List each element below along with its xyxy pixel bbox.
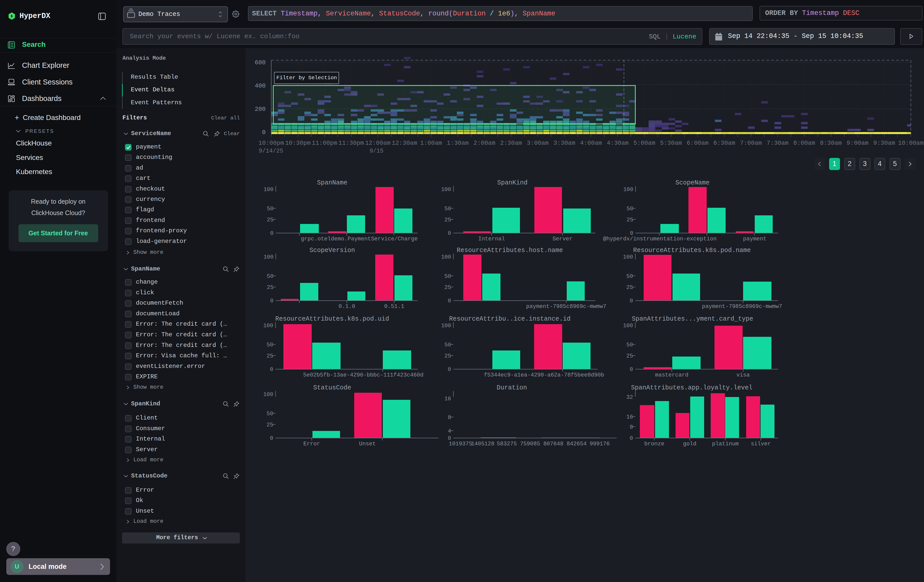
svg-text:ResourceAttributes.k8s.pod.nam: ResourceAttributes.k8s.pod.name xyxy=(633,247,751,254)
svg-text:100: 100 xyxy=(441,254,451,260)
svg-text:100: 100 xyxy=(623,254,633,260)
svg-text:1019375: 1019375 xyxy=(449,441,472,447)
svg-text:25: 25 xyxy=(267,217,274,223)
svg-text:f5344ec9-a1ea-4290-a62a-78f5be: f5344ec9-a1ea-4290-a62a-78f5bee8d90b xyxy=(484,372,604,378)
svg-text:Error: Error xyxy=(304,441,320,447)
svg-text:SpanAttributes.app.loyalty.lev: SpanAttributes.app.loyalty.level xyxy=(631,384,752,391)
svg-text:100: 100 xyxy=(263,186,274,193)
svg-text:payment-7985c8969c-mwmw7: payment-7985c8969c-mwmw7 xyxy=(702,303,782,310)
svg-text:0: 0 xyxy=(270,366,273,373)
svg-text:50: 50 xyxy=(267,206,274,212)
svg-text:25: 25 xyxy=(445,284,451,291)
svg-text:25: 25 xyxy=(267,284,274,291)
svg-text:mastercard: mastercard xyxy=(655,372,688,378)
svg-text:platinum: platinum xyxy=(712,441,739,447)
svg-text:25: 25 xyxy=(627,284,633,291)
svg-text:25: 25 xyxy=(267,422,273,428)
svg-text:0: 0 xyxy=(270,435,273,442)
svg-text:50: 50 xyxy=(267,273,274,280)
svg-text:0: 0 xyxy=(448,366,451,373)
svg-text:0: 0 xyxy=(270,298,274,304)
svg-text:100: 100 xyxy=(263,391,273,398)
svg-text:Server: Server xyxy=(552,236,572,242)
svg-text:4: 4 xyxy=(448,428,451,434)
svg-text:Internal: Internal xyxy=(478,236,505,242)
svg-text:silver: silver xyxy=(751,441,771,447)
svg-text:25: 25 xyxy=(267,353,273,359)
svg-text:100: 100 xyxy=(263,323,273,329)
svg-text:gold: gold xyxy=(683,441,696,447)
svg-text:Duration: Duration xyxy=(497,384,527,391)
svg-text:grpc.oteldemo.PaymentService/C: grpc.oteldemo.PaymentService/Charge xyxy=(301,236,418,242)
svg-text:ResourceAttribu..ice.instance.: ResourceAttribu..ice.instance.id xyxy=(449,315,571,323)
svg-text:StatusCode: StatusCode xyxy=(313,384,351,391)
svg-text:50: 50 xyxy=(267,411,273,417)
svg-text:25: 25 xyxy=(445,353,451,359)
svg-text:25: 25 xyxy=(627,217,633,223)
svg-text:50: 50 xyxy=(627,342,633,348)
svg-text:583275: 583275 xyxy=(497,441,516,447)
svg-text:50: 50 xyxy=(445,342,451,348)
svg-text:100: 100 xyxy=(441,323,451,329)
svg-text:842654: 842654 xyxy=(566,441,586,447)
svg-text:16: 16 xyxy=(627,414,633,420)
svg-text:ResourceAttributes.k8s.pod.uid: ResourceAttributes.k8s.pod.uid xyxy=(275,315,389,323)
svg-text:SpanAttributes...yment.card_ty: SpanAttributes...yment.card_type xyxy=(632,315,753,323)
svg-text:32: 32 xyxy=(627,394,633,401)
svg-text:16: 16 xyxy=(445,396,451,402)
svg-text:0: 0 xyxy=(630,366,633,373)
svg-text:0: 0 xyxy=(448,298,451,304)
svg-text:50: 50 xyxy=(267,342,273,348)
svg-text:25: 25 xyxy=(627,353,633,359)
svg-text:100: 100 xyxy=(623,186,633,193)
svg-text:payment: payment xyxy=(743,236,766,242)
svg-text:0: 0 xyxy=(630,435,633,442)
svg-text:8: 8 xyxy=(630,424,633,430)
svg-text:50: 50 xyxy=(627,206,633,212)
svg-text:25: 25 xyxy=(445,217,451,223)
svg-text:ScopeName: ScopeName xyxy=(675,179,710,186)
svg-text:ScopeVersion: ScopeVersion xyxy=(309,247,355,254)
svg-text:0: 0 xyxy=(448,230,451,237)
svg-text:807648: 807648 xyxy=(543,441,563,447)
svg-text:SpanName: SpanName xyxy=(317,179,347,186)
svg-text:1405128: 1405128 xyxy=(471,441,494,447)
svg-text:visa: visa xyxy=(736,372,750,378)
svg-text:999176: 999176 xyxy=(589,441,609,447)
svg-text:759085: 759085 xyxy=(520,441,540,447)
svg-text:0: 0 xyxy=(630,298,633,304)
svg-text:Unset: Unset xyxy=(359,441,376,447)
svg-text:5e02b5fb-13ae-4296-bbbc-111f42: 5e02b5fb-13ae-4296-bbbc-111f423c460d xyxy=(303,372,423,378)
svg-text:SpanKind: SpanKind xyxy=(497,179,528,186)
svg-text:50: 50 xyxy=(627,273,633,280)
svg-text:bronze: bronze xyxy=(644,441,664,447)
svg-text:8: 8 xyxy=(448,414,451,421)
svg-text:100: 100 xyxy=(263,254,274,260)
svg-text:payment-7985c8969c-mwmw7: payment-7985c8969c-mwmw7 xyxy=(526,303,606,310)
svg-text:0.1.0: 0.1.0 xyxy=(338,303,355,310)
svg-text:100: 100 xyxy=(441,186,451,193)
svg-text:100: 100 xyxy=(623,323,633,329)
svg-text:0: 0 xyxy=(270,230,274,237)
svg-text:ResourceAttributes.host.name: ResourceAttributes.host.name xyxy=(457,247,563,254)
svg-text:50: 50 xyxy=(445,206,451,212)
svg-text:@hyperdx/instrumentation-excep: @hyperdx/instrumentation-exception xyxy=(603,236,717,242)
svg-text:0.51.1: 0.51.1 xyxy=(384,303,404,310)
svg-text:50: 50 xyxy=(445,273,451,280)
